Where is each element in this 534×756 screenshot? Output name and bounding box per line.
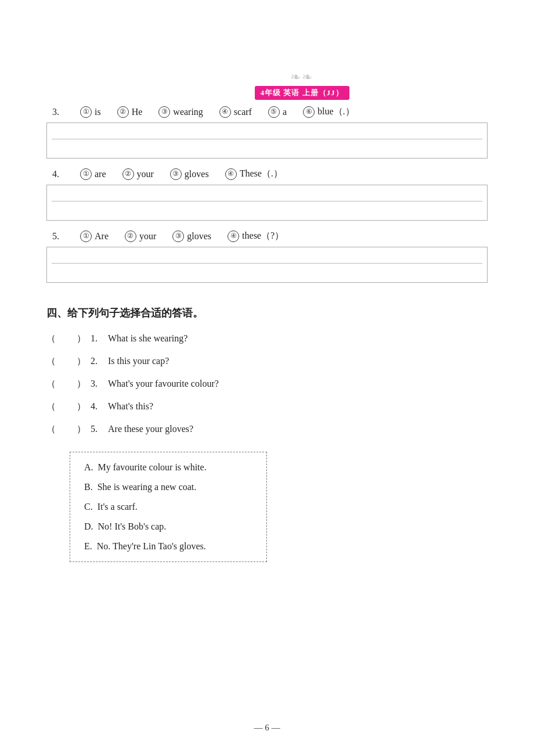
answer-line-4-1 [52,188,482,201]
qa-num-3: 3. [91,379,102,389]
word-5-1: Are [95,231,109,242]
section4-block: 四、给下列句子选择合适的答语。 （ ） 1. What is she weari… [46,306,488,562]
blank-4[interactable] [60,401,71,412]
choice-text-C: It's a scarf. [98,502,138,512]
choice-item-E: E. No. They're Lin Tao's gloves. [84,539,252,553]
q-num-4: 4. [52,169,64,179]
word-4-4: These（.） [240,168,283,180]
answer-line-4-2 [52,203,482,217]
circle-4-1: ① [80,168,92,180]
word-4-3: gloves [185,169,209,179]
answer-line-3-1 [52,125,482,139]
circle-4-3: ③ [170,168,182,180]
qa-num-5: 5. [91,424,102,434]
choice-text-E: No. They're Lin Tao's gloves. [97,541,206,551]
q-item-3-5: ⑤ a [268,106,287,118]
word-4-1: are [95,169,106,179]
word-3-5: a [283,107,287,117]
qa-text-3: What's your favourite colour? [108,379,219,389]
circle-5-4: ④ [228,231,239,242]
word-3-2: He [132,107,143,117]
circle-6: ⑥ [303,106,315,118]
q-num-5: 5. [52,231,64,242]
choice-label-A: A. [84,462,98,472]
choice-item-D: D. No! It's Bob's cap. [84,520,252,534]
qa-row-2: （ ） 2. Is this your cap? [46,355,488,368]
answer-box-3[interactable] [46,123,488,159]
bracket-left-3: （ [46,378,55,390]
circle-1: ① [80,106,92,118]
choice-item-B: B. She is wearing a new coat. [84,480,252,494]
q-item-3-3: ③ wearing [158,106,203,118]
word-5-4: these（?） [242,230,284,242]
q-item-5-3: ③ gloves [172,231,211,242]
q-item-3-4: ④ scarf [219,106,252,118]
circle-5: ⑤ [268,106,280,118]
answer-box-4[interactable] [46,185,488,221]
page-number: — 6 — [0,723,534,733]
badge-decoration: ❧❧ [290,70,313,85]
circle-5-3: ③ [172,231,184,242]
q-item-4-2: ② your [122,168,154,180]
q-item-3-6: ⑥ blue（.） [303,106,355,118]
word-3-1: is [95,107,101,117]
qa-text-2: Is this your cap? [108,356,169,366]
q-item-4-1: ① are [80,168,106,180]
circle-3: ③ [158,106,170,118]
q-item-5-2: ② your [125,231,156,242]
qa-text-1: What is she wearing? [108,333,187,344]
choices-box: A. My favourite colour is white. B. She … [70,452,267,562]
question-row-4: 4. ① are ② your ③ gloves ④ These（.） [46,168,488,180]
question-row-5: 5. ① Are ② your ③ gloves ④ these（?） [46,230,488,242]
choice-item-C: C. It's a scarf. [84,500,252,514]
bracket-right-4: ） [77,401,85,413]
qa-num-1: 1. [91,333,102,344]
bracket-left-4: （ [46,401,55,413]
choice-text-D: No! It's Bob's cap. [98,521,167,531]
choice-label-E: E. [84,541,97,551]
circle-4: ④ [219,106,231,118]
bracket-right-3: ） [77,378,85,390]
page: ❧❧ 4年级 英语 上册（JJ） 3. ① is ② He ③ wearing … [0,0,534,756]
choice-label-D: D. [84,521,98,531]
badge-area: ❧❧ 4年级 英语 上册（JJ） [116,70,488,100]
bracket-right-1: ） [77,333,85,345]
qa-row-1: （ ） 1. What is she wearing? [46,333,488,345]
blank-3[interactable] [60,379,71,389]
qa-text-4: What's this? [108,401,153,412]
word-4-2: your [137,169,154,179]
word-5-2: your [139,231,156,242]
circle-5-1: ① [80,231,92,242]
q-item-3-1: ① is [80,106,101,118]
q-item-5-4: ④ these（?） [228,230,284,242]
qa-text-5: Are these your gloves? [108,424,193,434]
blank-5[interactable] [60,424,71,434]
word-3-3: wearing [173,107,203,117]
blank-1[interactable] [60,333,71,344]
answer-line-3-2 [52,141,482,154]
word-3-6: blue（.） [317,106,355,118]
bracket-right-5: ） [77,423,85,435]
answer-line-5-2 [52,265,482,279]
choice-text-B: She is wearing a new coat. [98,482,197,492]
circle-5-2: ② [125,231,136,242]
blank-2[interactable] [60,356,71,366]
q-item-4-3: ③ gloves [170,168,209,180]
bracket-left-1: （ [46,333,55,345]
choice-label-B: B. [84,482,98,492]
q-item-5-1: ① Are [80,231,109,242]
answer-line-5-1 [52,250,482,264]
answer-box-5[interactable] [46,247,488,283]
qa-num-4: 4. [91,401,102,412]
bracket-right-2: ） [77,355,85,368]
word-5-3: gloves [187,231,211,242]
qa-row-5: （ ） 5. Are these your gloves? [46,423,488,435]
qa-num-2: 2. [91,356,102,366]
choice-item-A: A. My favourite colour is white. [84,460,252,474]
section4-title: 四、给下列句子选择合适的答语。 [46,306,488,320]
choice-text-A: My favourite colour is white. [98,462,207,472]
bracket-left-5: （ [46,423,55,435]
q-num-3: 3. [52,107,64,117]
q-item-3-2: ② He [117,106,143,118]
circle-2: ② [117,106,129,118]
